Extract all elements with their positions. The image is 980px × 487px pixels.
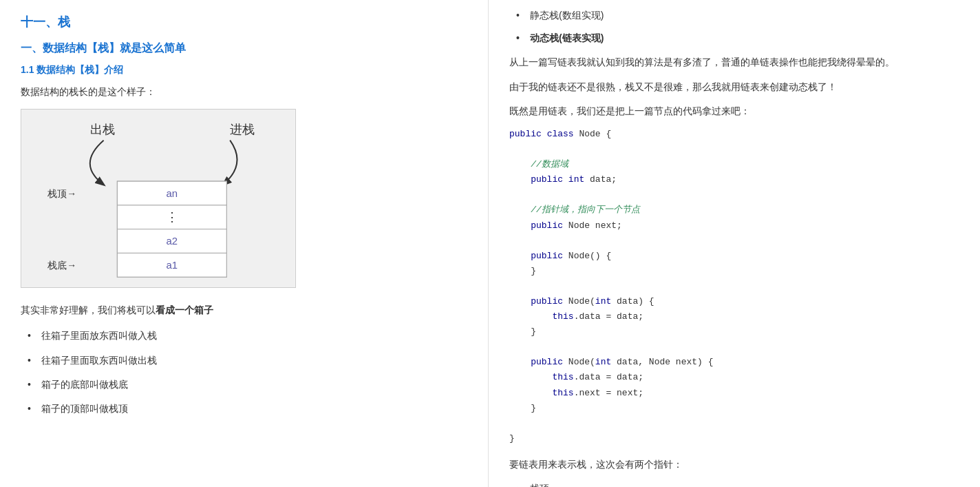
code-line-6: public Node() { xyxy=(509,249,959,264)
code-line-3: public int data; xyxy=(509,172,959,187)
stack-bullets: 往箱子里面放东西叫做入栈 往箱子里面取东西叫做出栈 箱子的底部叫做栈底 箱子的顶… xyxy=(21,327,467,417)
code-line-5: public Node next; xyxy=(509,218,959,234)
code-line-1: public class Node { xyxy=(509,127,959,142)
right-para3: 既然是用链表，我们还是把上一篇节点的代码拿过来吧： xyxy=(509,103,959,120)
svg-text:a2: a2 xyxy=(167,236,178,247)
code-line-blank1 xyxy=(509,142,959,157)
right-para4: 要链表用来表示栈，这次会有两个指针： xyxy=(509,456,959,473)
code-line-7: } xyxy=(509,264,959,279)
code-line-8: public Node(int data) { xyxy=(509,294,959,309)
static-stack-item: 静态栈(数组实现) xyxy=(516,7,959,24)
section-title: 一、数据结构【栈】就是这么简单 xyxy=(21,41,467,56)
code-line-blank5 xyxy=(509,340,959,355)
chapter-title: 十一、栈 xyxy=(21,14,467,30)
code-line-14: } xyxy=(509,401,959,416)
right-panel: 静态栈(数组实现) 动态栈(链表实现) 从上一篇写链表我就认知到我的算法是有多渣… xyxy=(489,0,980,487)
svg-text:a1: a1 xyxy=(167,260,178,271)
diagram-svg: 出栈 进栈 an ⋮ xyxy=(21,110,295,287)
stack-diagram: 出栈 进栈 an ⋮ xyxy=(21,109,296,288)
code-line-comment2: //指针域，指向下一个节点 xyxy=(509,203,959,218)
code-line-blank4 xyxy=(509,279,959,294)
code-line-12: this.data = data; xyxy=(509,370,959,385)
code-line-15: } xyxy=(509,431,959,446)
right-para2: 由于我的链表还不是很熟，栈又不是很难，那么我就用链表来创建动态栈了！ xyxy=(509,79,959,96)
bullet-3: 箱子的底部叫做栈底 xyxy=(28,376,467,393)
out-label: 出栈 xyxy=(90,123,115,136)
code-block: public class Node { //数据域 public int dat… xyxy=(509,127,959,446)
in-label: 进栈 xyxy=(230,123,255,136)
bullet-1: 往箱子里面放东西叫做入栈 xyxy=(28,327,467,344)
svg-text:an: an xyxy=(167,188,178,199)
intro-text: 数据结构的栈长的是这个样子： xyxy=(21,83,467,101)
code-line-blank6 xyxy=(509,416,959,431)
code-line-11: public Node(int data, Node next) { xyxy=(509,355,959,370)
code-line-10: } xyxy=(509,324,959,340)
pointer-bullets: 栈顶 xyxy=(509,480,959,487)
bullet-4: 箱子的顶部叫做栈顶 xyxy=(28,400,467,417)
code-line-9: this.data = data; xyxy=(509,309,959,324)
stack-top-item: 栈顶 xyxy=(516,480,959,487)
bullet-2: 往箱子里面取东西叫做出栈 xyxy=(28,352,467,369)
code-line-blank3 xyxy=(509,234,959,249)
svg-text:栈底→: 栈底→ xyxy=(47,260,76,271)
right-para1: 从上一篇写链表我就认知到我的算法是有多渣了，普通的单链表操作也能把我绕得晕晕的。 xyxy=(509,54,959,71)
description-text: 其实非常好理解，我们将栈可以看成一个箱子 xyxy=(21,302,467,319)
stack-type-bullets: 静态栈(数组实现) 动态栈(链表实现) xyxy=(509,7,959,47)
dynamic-stack-item: 动态栈(链表实现) xyxy=(516,30,959,47)
code-line-13: this.next = next; xyxy=(509,386,959,401)
svg-text:⋮: ⋮ xyxy=(166,210,178,224)
svg-text:栈顶→: 栈顶→ xyxy=(47,188,76,199)
code-line-blank2 xyxy=(509,187,959,203)
code-line-comment1: //数据域 xyxy=(509,157,959,172)
subsection-title: 1.1 数据结构【栈】介绍 xyxy=(21,64,467,76)
left-panel: 十一、栈 一、数据结构【栈】就是这么简单 1.1 数据结构【栈】介绍 数据结构的… xyxy=(0,0,489,487)
